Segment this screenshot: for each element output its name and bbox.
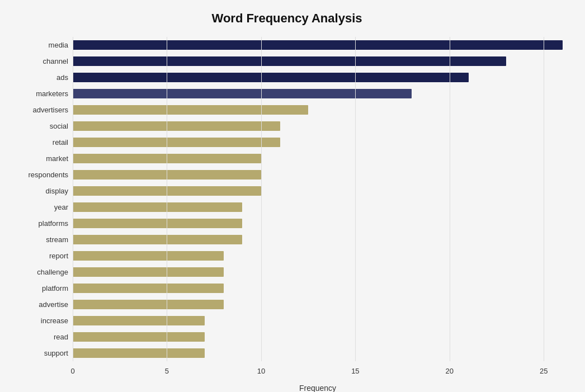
y-label-display: display — [46, 183, 68, 199]
bar-respondents — [73, 170, 261, 180]
y-label-retail: retail — [53, 134, 68, 150]
y-label-read: read — [54, 329, 68, 345]
y-label-market: market — [46, 150, 68, 167]
bar-year — [73, 202, 242, 212]
y-label-platform: platform — [42, 280, 68, 296]
bar-market — [73, 154, 261, 164]
bar-row-stream — [73, 232, 563, 248]
bar-row-year — [73, 199, 563, 215]
bar-row-advertisers — [73, 102, 563, 118]
bar-advertise — [73, 300, 224, 310]
y-label-report: report — [49, 248, 68, 264]
y-label-channel: channel — [43, 53, 68, 69]
y-label-media: media — [49, 37, 68, 53]
y-label-ads: ads — [56, 69, 68, 86]
bar-platform — [73, 284, 224, 294]
y-label-marketers: marketers — [36, 86, 68, 102]
bar-marketers — [73, 89, 412, 99]
bar-stream — [73, 235, 242, 245]
bar-row-report — [73, 248, 563, 264]
y-label-challenge: challenge — [37, 264, 68, 280]
bar-row-media — [73, 37, 563, 53]
y-label-stream: stream — [46, 232, 68, 248]
y-label-advertisers: advertisers — [32, 102, 68, 118]
bar-row-social — [73, 118, 563, 134]
bar-challenge — [73, 267, 224, 277]
chart-area: mediachanneladsmarketersadvertiserssocia… — [11, 37, 563, 361]
bars-area — [73, 37, 563, 361]
bar-retail — [73, 138, 280, 148]
bar-row-channel — [73, 53, 563, 69]
x-tick-15: 15 — [351, 367, 359, 375]
x-axis-label-container: Frequency — [11, 381, 563, 392]
bar-ads — [73, 73, 469, 83]
bar-media — [73, 40, 563, 50]
y-label-advertise: advertise — [39, 296, 68, 313]
bar-row-market — [73, 150, 563, 167]
bar-increase — [73, 316, 205, 326]
bar-social — [73, 121, 280, 131]
bar-row-challenge — [73, 264, 563, 280]
y-label-respondents: respondents — [28, 167, 68, 183]
bar-row-platforms — [73, 215, 563, 232]
bar-row-ads — [73, 69, 563, 86]
bar-row-marketers — [73, 86, 563, 102]
bar-row-display — [73, 183, 563, 199]
bar-row-support — [73, 345, 563, 361]
x-tick-5: 5 — [165, 367, 169, 375]
bar-advertisers — [73, 105, 308, 115]
bar-platforms — [73, 219, 242, 229]
bar-channel — [73, 56, 506, 67]
bar-row-increase — [73, 313, 563, 329]
bar-read — [73, 332, 205, 342]
x-axis-label: Frequency — [73, 384, 563, 392]
y-label-support: support — [44, 345, 68, 361]
y-label-year: year — [54, 199, 68, 215]
y-axis: mediachanneladsmarketersadvertiserssocia… — [11, 37, 73, 361]
x-axis: 0510152025 — [73, 365, 563, 381]
bar-display — [73, 186, 261, 196]
bar-row-retail — [73, 134, 563, 150]
bar-report — [73, 251, 224, 261]
x-tick-0: 0 — [70, 367, 74, 375]
y-label-platforms: platforms — [39, 215, 68, 232]
bar-support — [73, 348, 205, 358]
y-label-social: social — [50, 118, 68, 134]
bar-row-read — [73, 329, 563, 345]
x-tick-20: 20 — [446, 367, 454, 375]
x-tick-10: 10 — [257, 367, 265, 375]
chart-title: Word Frequency Analysis — [11, 11, 563, 26]
x-tick-25: 25 — [540, 367, 548, 375]
bar-row-respondents — [73, 167, 563, 183]
x-axis-container: 0510152025 — [11, 365, 563, 381]
bar-row-advertise — [73, 296, 563, 313]
bar-row-platform — [73, 280, 563, 296]
y-label-increase: increase — [41, 313, 68, 329]
chart-container: Word Frequency Analysis mediachanneladsm… — [0, 0, 585, 392]
